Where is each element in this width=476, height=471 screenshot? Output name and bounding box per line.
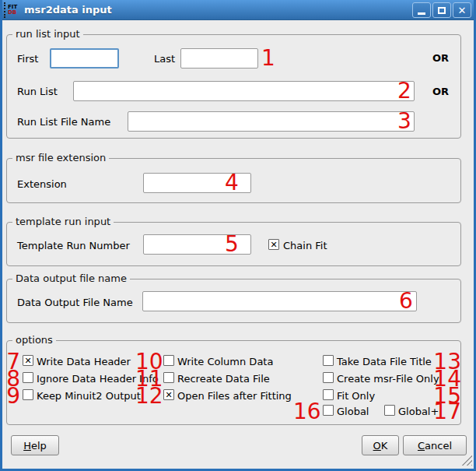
first-label: First: [17, 53, 38, 65]
ignore-data-header-info-checkbox[interactable]: [23, 372, 33, 383]
recreate-data-file-checkbox[interactable]: [163, 372, 174, 383]
write-column-data-label: Write Column Data: [177, 356, 273, 367]
run-list-file-name-input[interactable]: [128, 111, 415, 132]
annotation-17: 17: [432, 401, 461, 423]
global-plus-checkbox[interactable]: [384, 405, 395, 416]
chain-fit-checkbox[interactable]: ✕: [268, 239, 279, 250]
write-data-header-label: Write Data Header: [37, 356, 131, 367]
global-checkbox[interactable]: [323, 405, 334, 416]
dialog-body: run list input First Last 1 OR Run List …: [2, 20, 474, 469]
msr2data-app-icon: FIT DB: [4, 2, 21, 18]
maximize-icon: [438, 7, 446, 14]
maximize-button[interactable]: [432, 2, 451, 18]
annotation-1: 1: [261, 47, 275, 69]
group-title-options: options: [12, 335, 56, 346]
run-list-label: Run List: [17, 86, 58, 97]
keep-minuit2-output-checkbox[interactable]: [23, 389, 33, 400]
or-label-1: OR: [432, 52, 449, 64]
run-list-input[interactable]: [73, 81, 415, 101]
app-icon-db-text: DB: [8, 10, 21, 16]
first-input[interactable]: [50, 48, 119, 69]
open-files-after-fitting-label: Open Files after Fitting: [177, 390, 292, 402]
group-title-template-run-input: template run input: [12, 216, 114, 227]
create-msr-file-only-checkbox[interactable]: [323, 372, 334, 383]
keep-minuit2-output-label: Keep Minuit2 Output: [37, 390, 141, 402]
global-label: Global: [337, 406, 369, 417]
check-mark: ✕: [24, 357, 31, 365]
minimize-button[interactable]: [412, 2, 431, 18]
chain-fit-label: Chain Fit: [283, 240, 327, 251]
take-data-file-title-label: Take Data File Title: [337, 356, 432, 367]
ok-button[interactable]: OK: [362, 435, 399, 455]
resize-grip-icon[interactable]: [460, 454, 472, 466]
group-title-run-list-input: run list input: [12, 29, 83, 40]
recreate-data-file-label: Recreate Data File: [177, 373, 270, 385]
run-list-file-name-label: Run List File Name: [17, 116, 110, 128]
titlebar[interactable]: FIT DB msr2data input ✕: [0, 0, 476, 20]
extension-label: Extension: [17, 178, 67, 190]
open-files-after-fitting-checkbox[interactable]: ✕: [163, 389, 174, 400]
help-button[interactable]: Help: [11, 435, 59, 455]
close-icon: ✕: [458, 5, 467, 16]
or-label-2: OR: [432, 86, 449, 97]
cancel-button[interactable]: Cancel: [403, 435, 467, 455]
create-msr-file-only-label: Create msr-File Only: [337, 373, 439, 385]
annotation-12: 12: [135, 385, 162, 407]
help-button-label: Help: [12, 440, 58, 452]
fit-only-checkbox[interactable]: [323, 389, 334, 400]
check-mark: ✕: [270, 241, 277, 249]
group-title-msr-file-extension: msr file extension: [12, 153, 109, 163]
data-output-file-name-label: Data Output File Name: [17, 297, 133, 308]
last-label: Last: [154, 53, 175, 65]
annotation-16: 16: [293, 401, 320, 423]
last-input[interactable]: [180, 48, 258, 69]
take-data-file-title-checkbox[interactable]: [323, 355, 334, 366]
annotation-2: 2: [397, 80, 411, 102]
check-mark: ✕: [165, 391, 172, 399]
data-output-file-name-input[interactable]: [142, 291, 417, 311]
write-column-data-checkbox[interactable]: [163, 355, 174, 366]
close-button[interactable]: ✕: [453, 2, 471, 18]
ok-button-label: OK: [362, 440, 398, 452]
fit-only-label: Fit Only: [337, 390, 375, 402]
group-title-data-output-file-name: Data output file name: [12, 273, 130, 284]
minimize-icon: [418, 12, 425, 15]
write-data-header-checkbox[interactable]: ✕: [23, 355, 33, 366]
annotation-4: 4: [225, 172, 239, 194]
annotation-9: 9: [3, 385, 20, 407]
cancel-button-label: Cancel: [404, 440, 466, 452]
template-run-number-label: Template Run Number: [17, 240, 130, 251]
annotation-5: 5: [225, 234, 239, 255]
annotation-3: 3: [397, 111, 411, 132]
msr2data-dialog: FIT DB msr2data input ✕ run list input F…: [0, 0, 476, 471]
annotation-6: 6: [399, 290, 413, 312]
window-title: msr2data input: [24, 4, 112, 16]
